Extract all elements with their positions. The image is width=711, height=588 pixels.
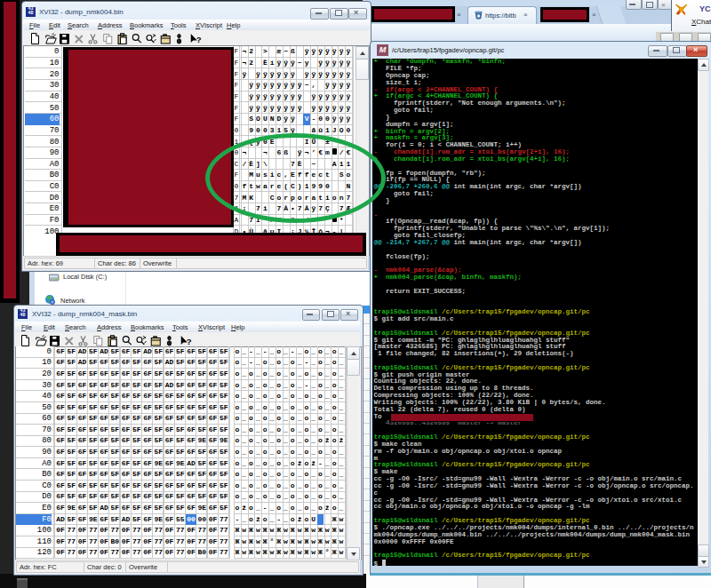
- svg-text:?: ?: [186, 337, 191, 346]
- svg-text:?: ?: [196, 35, 201, 44]
